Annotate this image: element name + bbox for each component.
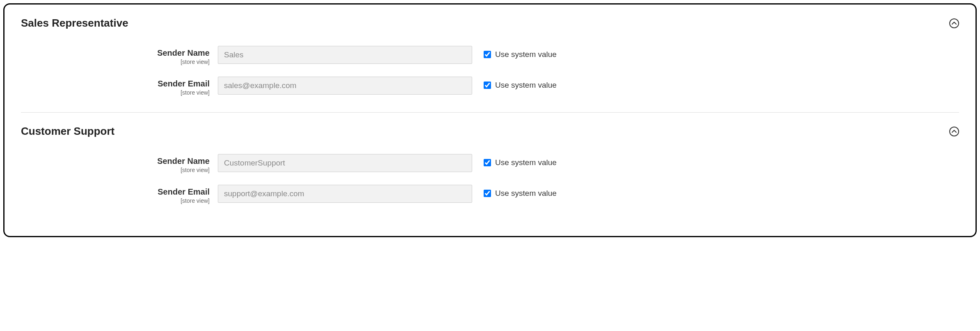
use-system-label[interactable]: Use system value bbox=[495, 189, 557, 198]
label-column: Sender Name [store view] bbox=[21, 154, 218, 173]
use-system-label[interactable]: Use system value bbox=[495, 81, 557, 90]
use-system-checkbox-sales-name[interactable] bbox=[484, 51, 491, 58]
use-system-checkbox-sales-email[interactable] bbox=[484, 82, 491, 89]
chevron-up-icon bbox=[949, 18, 959, 28]
label-column: Sender Name [store view] bbox=[21, 46, 218, 65]
row-support-sender-email: Sender Email [store view] Use system val… bbox=[21, 185, 959, 204]
section-header-customer-support[interactable]: Customer Support bbox=[21, 125, 959, 138]
section-title: Customer Support bbox=[21, 125, 114, 138]
sales-sender-name-input[interactable] bbox=[218, 46, 472, 64]
checkbox-column: Use system value bbox=[472, 46, 557, 59]
row-sales-sender-email: Sender Email [store view] Use system val… bbox=[21, 77, 959, 96]
field-label: Sender Name bbox=[21, 156, 210, 166]
use-system-label[interactable]: Use system value bbox=[495, 50, 557, 59]
field-label: Sender Email bbox=[21, 187, 210, 197]
field-label: Sender Name bbox=[21, 48, 210, 58]
scope-label: [store view] bbox=[21, 197, 210, 204]
checkbox-column: Use system value bbox=[472, 77, 557, 90]
section-header-sales-representative[interactable]: Sales Representative bbox=[21, 17, 959, 29]
sales-sender-email-input[interactable] bbox=[218, 77, 472, 95]
use-system-checkbox-support-email[interactable] bbox=[484, 190, 491, 197]
scope-label: [store view] bbox=[21, 89, 210, 96]
input-column bbox=[218, 185, 472, 203]
support-sender-email-input[interactable] bbox=[218, 185, 472, 203]
scope-label: [store view] bbox=[21, 167, 210, 173]
use-system-checkbox-support-name[interactable] bbox=[484, 159, 491, 166]
input-column bbox=[218, 46, 472, 64]
label-column: Sender Email [store view] bbox=[21, 77, 218, 96]
row-sales-sender-name: Sender Name [store view] Use system valu… bbox=[21, 46, 959, 65]
row-support-sender-name: Sender Name [store view] Use system valu… bbox=[21, 154, 959, 173]
section-title: Sales Representative bbox=[21, 17, 128, 29]
section-customer-support: Customer Support Sender Name [store view… bbox=[21, 112, 959, 204]
input-column bbox=[218, 77, 472, 95]
use-system-label[interactable]: Use system value bbox=[495, 158, 557, 167]
checkbox-column: Use system value bbox=[472, 154, 557, 167]
section-sales-representative: Sales Representative Sender Name [store … bbox=[21, 17, 959, 96]
label-column: Sender Email [store view] bbox=[21, 185, 218, 204]
checkbox-column: Use system value bbox=[472, 185, 557, 198]
field-label: Sender Email bbox=[21, 79, 210, 88]
support-sender-name-input[interactable] bbox=[218, 154, 472, 172]
input-column bbox=[218, 154, 472, 172]
scope-label: [store view] bbox=[21, 59, 210, 65]
settings-panel: Sales Representative Sender Name [store … bbox=[3, 3, 977, 237]
chevron-up-icon bbox=[949, 127, 959, 136]
